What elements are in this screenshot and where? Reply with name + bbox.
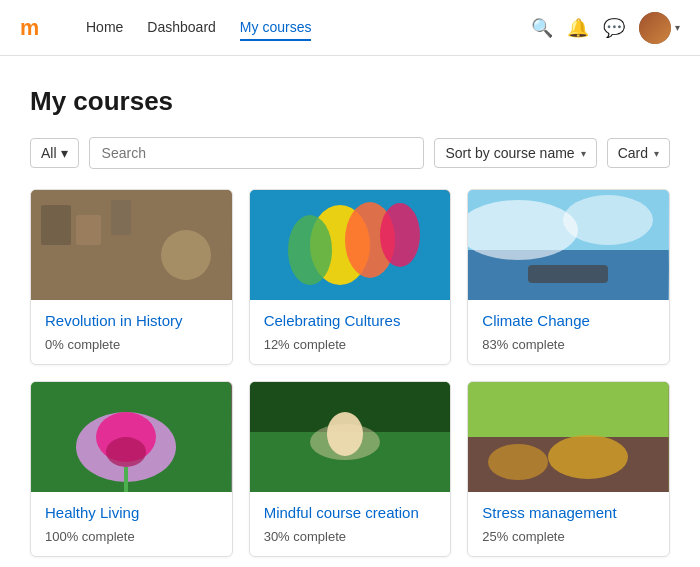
svg-point-9 <box>288 215 332 285</box>
nav-home[interactable]: Home <box>86 15 123 41</box>
notification-icon[interactable]: 🔔 <box>567 17 589 39</box>
course-thumb-3 <box>468 190 669 300</box>
course-info: Revolution in History0% complete <box>31 300 232 364</box>
filter-value: All <box>41 145 57 161</box>
course-card: Healthy Living100% complete <box>30 381 233 557</box>
course-thumb-5 <box>250 382 451 492</box>
svg-point-24 <box>310 424 380 460</box>
course-info: Celebrating Cultures12% complete <box>250 300 451 364</box>
svg-point-27 <box>548 435 628 479</box>
course-progress: 0% complete <box>45 337 218 352</box>
sort-chevron: ▾ <box>581 148 586 159</box>
course-info: Climate Change83% complete <box>468 300 669 364</box>
svg-point-19 <box>106 437 146 467</box>
user-menu[interactable]: ▾ <box>639 12 680 44</box>
page-title: My courses <box>30 86 670 117</box>
course-card: Stress management25% complete <box>467 381 670 557</box>
course-thumb-1 <box>31 190 232 300</box>
course-progress: 83% complete <box>482 337 655 352</box>
course-thumb-4 <box>31 382 232 492</box>
navbar-actions: 🔍 🔔 💬 ▾ <box>531 12 680 44</box>
course-card: Climate Change83% complete <box>467 189 670 365</box>
course-info: Stress management25% complete <box>468 492 669 556</box>
chat-icon[interactable]: 💬 <box>603 17 625 39</box>
svg-point-14 <box>563 195 653 245</box>
view-chevron: ▾ <box>654 148 659 159</box>
svg-text:m: m <box>20 14 39 39</box>
filter-dropdown[interactable]: All ▾ <box>30 138 79 168</box>
svg-rect-5 <box>111 200 131 235</box>
course-name[interactable]: Mindful course creation <box>264 504 437 521</box>
search-icon[interactable]: 🔍 <box>531 17 553 39</box>
course-card: Mindful course creation30% complete <box>249 381 452 557</box>
svg-point-10 <box>380 203 420 267</box>
course-thumb-2 <box>250 190 451 300</box>
nav-my-courses[interactable]: My courses <box>240 15 312 41</box>
course-name[interactable]: Stress management <box>482 504 655 521</box>
course-thumb-6 <box>468 382 669 492</box>
sort-value: Sort by course name <box>445 145 574 161</box>
brand-logo[interactable]: m <box>20 10 56 46</box>
course-name[interactable]: Climate Change <box>482 312 655 329</box>
view-dropdown[interactable]: Card ▾ <box>607 138 670 168</box>
user-menu-chevron[interactable]: ▾ <box>675 22 680 33</box>
sort-dropdown[interactable]: Sort by course name ▾ <box>434 138 596 168</box>
main-content: My courses All ▾ Sort by course name ▾ C… <box>0 56 700 567</box>
course-card: Celebrating Cultures12% complete <box>249 189 452 365</box>
svg-point-4 <box>161 230 211 280</box>
view-value: Card <box>618 145 648 161</box>
svg-point-28 <box>488 444 548 480</box>
course-name[interactable]: Celebrating Cultures <box>264 312 437 329</box>
nav-dashboard[interactable]: Dashboard <box>147 15 216 41</box>
course-grid: Revolution in History0% complete Celebra… <box>30 189 670 557</box>
svg-rect-15 <box>528 265 608 283</box>
course-name[interactable]: Healthy Living <box>45 504 218 521</box>
svg-rect-3 <box>76 215 101 245</box>
course-progress: 30% complete <box>264 529 437 544</box>
avatar[interactable] <box>639 12 671 44</box>
nav-links: Home Dashboard My courses <box>86 15 531 41</box>
course-progress: 100% complete <box>45 529 218 544</box>
course-progress: 12% complete <box>264 337 437 352</box>
course-progress: 25% complete <box>482 529 655 544</box>
course-name[interactable]: Revolution in History <box>45 312 218 329</box>
search-input[interactable] <box>89 137 425 169</box>
navbar: m Home Dashboard My courses 🔍 🔔 💬 ▾ <box>0 0 700 56</box>
toolbar: All ▾ Sort by course name ▾ Card ▾ <box>30 137 670 169</box>
svg-rect-2 <box>41 205 71 245</box>
filter-chevron: ▾ <box>61 145 68 161</box>
course-card: Revolution in History0% complete <box>30 189 233 365</box>
course-info: Mindful course creation30% complete <box>250 492 451 556</box>
course-info: Healthy Living100% complete <box>31 492 232 556</box>
